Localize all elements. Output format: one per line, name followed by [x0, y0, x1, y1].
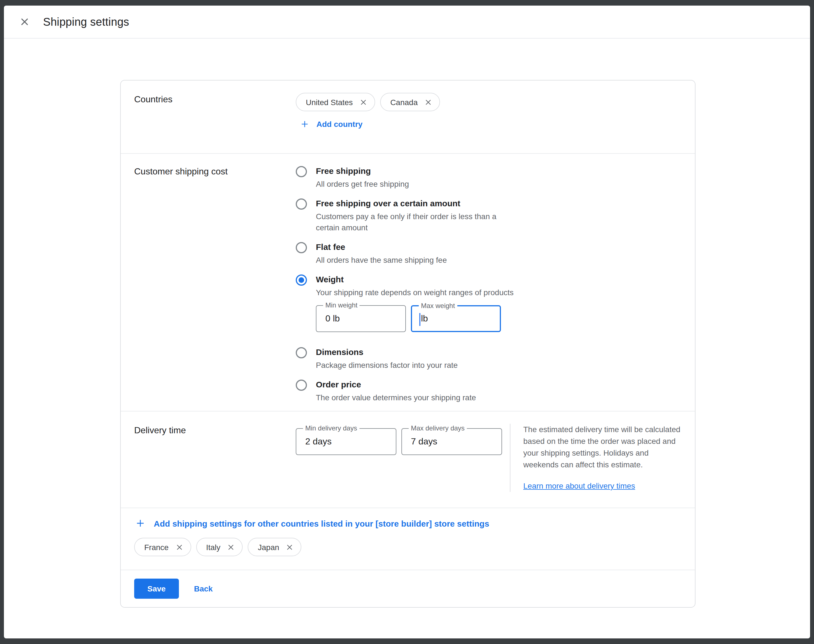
delivery-fields: Min delivery days Max delivery days — [296, 428, 502, 455]
option-title: Free shipping over a certain amount — [316, 197, 517, 210]
country-chip-row: United States Canada — [296, 93, 682, 111]
country-chip: France — [134, 538, 191, 556]
min-delivery-input[interactable] — [296, 429, 396, 454]
plus-icon — [300, 120, 309, 129]
country-chip: United States — [296, 93, 375, 111]
plus-icon — [135, 518, 146, 528]
countries-section: Countries United States Canada — [121, 81, 695, 153]
chip-label: United States — [306, 98, 353, 106]
close-button[interactable] — [15, 12, 35, 32]
page-title: Shipping settings — [43, 15, 129, 28]
delivery-note: The estimated delivery time will be calc… — [510, 424, 681, 492]
add-other-countries-label: Add shipping settings for other countrie… — [154, 518, 489, 528]
country-chip: Japan — [248, 538, 302, 556]
chip-remove-icon[interactable] — [286, 543, 294, 551]
country-chip: Canada — [380, 93, 440, 111]
option-dimensions: Dimensions Package dimensions factor int… — [296, 346, 682, 371]
chip-remove-icon[interactable] — [424, 98, 432, 106]
radio-weight[interactable] — [296, 274, 307, 286]
text-caret — [419, 313, 420, 326]
country-chip: Italy — [196, 538, 243, 556]
max-delivery-input[interactable] — [402, 429, 501, 454]
chip-remove-icon[interactable] — [227, 543, 235, 551]
option-desc: Your shipping rate depends on weight ran… — [316, 287, 514, 298]
option-free-over-amount: Free shipping over a certain amount Cust… — [296, 197, 682, 233]
radio-flat-fee[interactable] — [296, 242, 307, 253]
min-delivery-field: Min delivery days — [296, 428, 396, 455]
chip-label: Canada — [390, 98, 418, 106]
option-title: Order price — [316, 379, 476, 391]
delivery-time-section: Delivery time Min delivery days Max deli… — [121, 411, 695, 508]
chip-label: France — [144, 543, 169, 552]
option-free-shipping: Free shipping All orders get free shippi… — [296, 165, 682, 190]
shipping-cost-label: Customer shipping cost — [134, 165, 296, 405]
radio-free-shipping[interactable] — [296, 166, 307, 177]
shipping-settings-dialog: Shipping settings Countries United State… — [4, 6, 810, 638]
option-flat-fee: Flat fee All orders have the same shippi… — [296, 241, 682, 265]
screenshot-frame: Shipping settings Countries United State… — [0, 0, 814, 644]
option-weight: Weight Your shipping rate depends on wei… — [296, 273, 682, 338]
shipping-cost-section: Customer shipping cost Free shipping All… — [121, 153, 695, 411]
weight-fields: Min weight Max weight — [316, 305, 514, 332]
option-desc: All orders get free shipping — [316, 178, 409, 190]
dialog-header: Shipping settings — [4, 6, 810, 38]
other-country-chip-row: France Italy Japan — [134, 538, 682, 556]
back-link[interactable]: Back — [187, 580, 219, 598]
footer-actions: Save Back — [121, 570, 695, 607]
add-country-label: Add country — [316, 120, 363, 129]
max-weight-input[interactable] — [412, 306, 500, 331]
field-label: Max weight — [419, 302, 457, 310]
radio-order-price[interactable] — [296, 380, 307, 391]
option-title: Weight — [316, 273, 514, 286]
save-button[interactable]: Save — [134, 579, 179, 599]
max-weight-field: Max weight — [411, 305, 501, 332]
max-delivery-field: Max delivery days — [402, 428, 502, 455]
delivery-note-text: The estimated delivery time will be calc… — [523, 425, 681, 469]
radio-free-over-amount[interactable] — [296, 198, 307, 210]
chip-remove-icon[interactable] — [359, 98, 367, 106]
option-desc: The order value determines your shipping… — [316, 392, 476, 403]
countries-label: Countries — [134, 93, 296, 131]
learn-more-link[interactable]: Learn more about delivery times — [523, 480, 635, 492]
add-other-countries-button[interactable]: Add shipping settings for other countrie… — [134, 518, 489, 528]
option-desc: Customers pay a fee only if their order … — [316, 211, 517, 233]
option-title: Dimensions — [316, 346, 458, 358]
field-label: Min weight — [323, 302, 360, 309]
field-label: Max delivery days — [409, 425, 467, 432]
settings-card: Countries United States Canada — [120, 80, 696, 608]
chip-remove-icon[interactable] — [175, 543, 183, 551]
radio-dimensions[interactable] — [296, 347, 307, 358]
chip-label: Italy — [206, 543, 220, 552]
option-order-price: Order price The order value determines y… — [296, 379, 682, 403]
min-weight-input[interactable] — [316, 306, 405, 331]
option-desc: All orders have the same shipping fee — [316, 255, 447, 265]
option-desc: Package dimensions factor into your rate — [316, 359, 458, 371]
close-icon — [19, 16, 30, 28]
chip-label: Japan — [258, 543, 279, 552]
option-title: Flat fee — [316, 241, 447, 253]
delivery-time-label: Delivery time — [134, 424, 296, 492]
min-weight-field: Min weight — [316, 305, 406, 332]
field-label: Min delivery days — [303, 425, 359, 432]
other-countries-section: Add shipping settings for other countrie… — [121, 508, 695, 570]
add-country-button[interactable]: Add country — [296, 120, 363, 129]
option-title: Free shipping — [316, 165, 409, 177]
